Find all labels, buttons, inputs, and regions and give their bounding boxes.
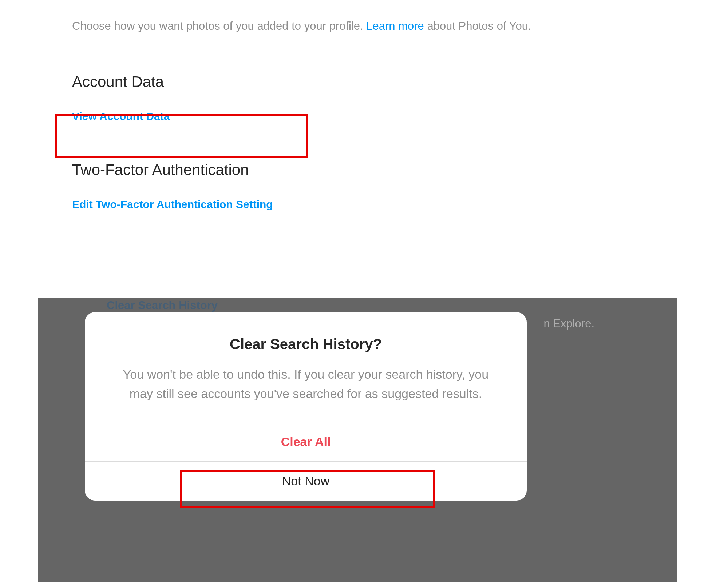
settings-panel: Choose how you want photos of you added … [72,18,625,229]
clear-all-button[interactable]: Clear All [85,422,527,461]
clear-search-history-label-bg: Clear Search History [107,299,218,312]
dialog-content: Clear Search History? You won't be able … [85,312,527,422]
divider [72,229,625,229]
dialog-title: Clear Search History? [121,336,490,352]
account-data-section: Account Data View Account Data [72,53,625,141]
clear-search-history-dialog: Clear Search History? You won't be able … [85,312,527,501]
photos-desc-text-1: Choose how you want photos of you added … [72,20,366,32]
bottom-screenshot-container: Clear Search History n Explore. Clear Se… [38,298,677,582]
dialog-body: You won't be able to undo this. If you c… [121,365,490,403]
view-account-data-link[interactable]: View Account Data [72,110,170,123]
explore-text-fragment: n Explore. [543,317,594,330]
not-now-button[interactable]: Not Now [85,461,527,501]
photos-of-you-description: Choose how you want photos of you added … [72,18,625,34]
two-factor-title: Two-Factor Authentication [72,161,625,179]
account-data-title: Account Data [72,73,625,91]
photos-desc-text-2: about Photos of You. [424,20,531,32]
right-border [684,0,684,280]
two-factor-section: Two-Factor Authentication Edit Two-Facto… [72,141,625,229]
edit-two-factor-link[interactable]: Edit Two-Factor Authentication Setting [72,198,273,211]
learn-more-link[interactable]: Learn more [366,20,424,32]
